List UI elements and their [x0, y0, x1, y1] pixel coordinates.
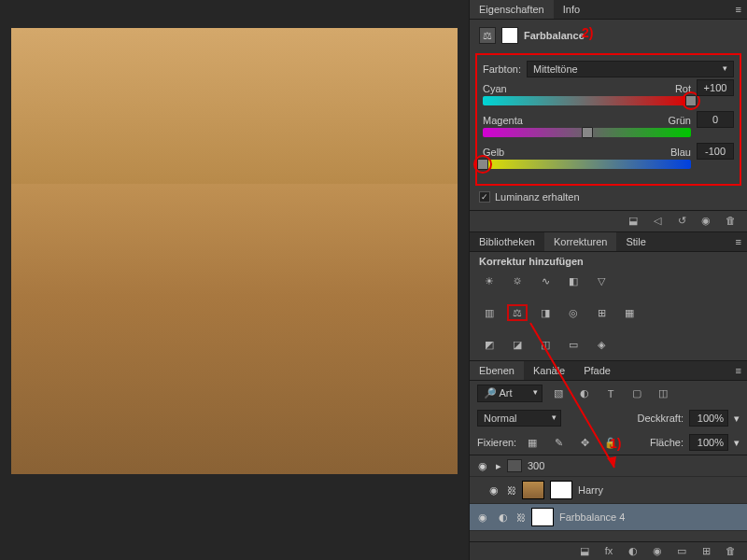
panel-menu-icon[interactable]: ≡	[730, 236, 747, 247]
filter-pixel-icon[interactable]: ▧	[548, 385, 569, 402]
mask-thumb	[531, 508, 554, 526]
exposure-icon[interactable]: ◧	[563, 273, 584, 289]
label-gruen: Grün	[669, 115, 691, 126]
levels-icon[interactable]: ⛭	[507, 273, 528, 289]
posterize-icon[interactable]: ◪	[507, 336, 528, 353]
tab-info[interactable]: Info	[554, 0, 589, 19]
delete-icon[interactable]: 🗑	[723, 215, 738, 228]
properties-tabs: Eigenschaften Info ≡	[470, 0, 747, 20]
visibility-toggle[interactable]: ◉	[475, 511, 490, 524]
annotation-box-2: Farbton: Mitteltöne 2) CyanRot +100 Mage…	[475, 53, 741, 186]
chevron-down-icon[interactable]: ▾	[734, 437, 740, 449]
tab-eigenschaften[interactable]: Eigenschaften	[470, 0, 554, 19]
slider-yellow-blue[interactable]: GelbBlau -100	[483, 147, 734, 169]
slider-cyan-red[interactable]: CyanRot +100	[483, 83, 734, 105]
link-icon: ⛓	[507, 485, 516, 496]
layer-list: ◉ ▸ 300 ◉ ⛓ Harry ◉ ◐ ⛓ Farbbalance 4	[470, 455, 747, 531]
lock-all-icon[interactable]: 🔒	[600, 434, 621, 451]
slider-magenta-green[interactable]: MagentaGrün 0	[483, 115, 734, 137]
lookup-icon[interactable]: ▦	[619, 304, 640, 321]
clip-icon[interactable]: ⬓	[626, 215, 641, 228]
preserve-luminance-label: Luminanz erhalten	[495, 191, 580, 203]
color-balance-icon[interactable]: ⚖	[507, 304, 528, 321]
annotation-circle-yellow	[473, 155, 492, 174]
opacity-input[interactable]: 100%	[689, 410, 728, 427]
tab-stile[interactable]: Stile	[616, 232, 655, 251]
chevron-down-icon[interactable]: ▾	[734, 413, 740, 425]
layer-row-harry[interactable]: ◉ ⛓ Harry	[470, 477, 747, 504]
visibility-toggle[interactable]: ◉	[475, 460, 490, 472]
label-cyan: Cyan	[483, 83, 507, 94]
canvas-area	[0, 0, 469, 560]
tab-korrekturen[interactable]: Korrekturen	[544, 232, 616, 251]
layer-row-group[interactable]: ◉ ▸ 300	[470, 455, 747, 477]
fx-icon[interactable]: fx	[601, 545, 616, 557]
blend-mode-select[interactable]: Normal	[477, 410, 561, 427]
layer-name[interactable]: 300	[528, 460, 544, 471]
tab-kanaele[interactable]: Kanäle	[524, 361, 574, 380]
link-layers-icon[interactable]: ⬓	[577, 545, 592, 557]
opacity-label: Deckkraft:	[637, 413, 684, 424]
filter-type-icon[interactable]: T	[600, 385, 621, 402]
vibrance-icon[interactable]: ▽	[591, 273, 612, 289]
threshold-icon[interactable]: ◫	[535, 336, 556, 353]
new-layer-icon[interactable]: ⊞	[698, 545, 713, 557]
filter-shape-icon[interactable]: ▢	[627, 385, 647, 402]
label-blau: Blau	[670, 147, 691, 158]
lock-transparent-icon[interactable]: ▦	[522, 434, 543, 451]
new-group-icon[interactable]: ▭	[674, 545, 689, 557]
prev-state-icon[interactable]: ◁	[650, 215, 665, 228]
layers-footer: ⬓ fx ◐ ◉ ▭ ⊞ 🗑	[470, 541, 747, 560]
visibility-icon[interactable]: ◉	[698, 215, 713, 228]
photo-filter-icon[interactable]: ◎	[563, 304, 584, 321]
tone-select[interactable]: Mitteltöne	[527, 61, 734, 77]
preserve-luminance-checkbox[interactable]: ✓	[479, 191, 490, 203]
filter-type-select[interactable]: 🔎 Art	[477, 385, 543, 402]
channel-mixer-icon[interactable]: ⊞	[591, 304, 612, 321]
brightness-icon[interactable]: ☀	[479, 273, 500, 289]
tone-label: Farbton:	[483, 63, 521, 75]
document-canvas[interactable]	[11, 28, 458, 474]
properties-footer: ⬓ ◁ ↺ ◉ 🗑	[470, 210, 747, 231]
lock-move-icon[interactable]: ✥	[574, 434, 595, 451]
tab-pfade[interactable]: Pfade	[574, 361, 620, 380]
corrections-tabs: Bibliotheken Korrekturen Stile ≡	[470, 232, 747, 252]
fill-input[interactable]: 100%	[689, 434, 728, 451]
layer-name[interactable]: Harry	[578, 484, 603, 496]
value-cyan-red[interactable]: +100	[697, 79, 734, 96]
panel-menu-icon[interactable]: ≡	[730, 4, 747, 15]
reset-icon[interactable]: ↺	[674, 215, 689, 228]
link-icon: ⛓	[516, 512, 526, 523]
layers-filter-bar: 🔎 Art ▧ ◐ T ▢ ◫	[470, 381, 747, 406]
selective-color-icon[interactable]: ◈	[591, 336, 612, 353]
lock-paint-icon[interactable]: ✎	[548, 434, 569, 451]
hue-icon[interactable]: ▥	[479, 304, 500, 321]
adjustment-title: Farbbalance	[524, 30, 585, 41]
trash-icon[interactable]: 🗑	[723, 545, 738, 557]
curves-icon[interactable]: ∿	[535, 273, 556, 289]
fill-label: Fläche:	[650, 437, 684, 448]
expand-icon[interactable]: ▸	[496, 460, 501, 472]
invert-icon[interactable]: ◩	[479, 336, 500, 353]
lock-label: Fixieren:	[477, 437, 516, 448]
layer-name[interactable]: Farbbalance 4	[559, 511, 625, 523]
new-adj-icon[interactable]: ◉	[650, 545, 665, 557]
panel-menu-icon[interactable]: ≡	[730, 365, 747, 376]
balance-icon: ⚖	[479, 27, 496, 44]
mask-icon	[501, 27, 518, 44]
panels-column: Eigenschaften Info ≡ ⚖ Farbbalance Farbt…	[469, 0, 747, 560]
value-yellow-blue[interactable]: -100	[697, 143, 734, 160]
layer-row-farbbalance[interactable]: ◉ ◐ ⛓ Farbbalance 4	[470, 504, 747, 531]
tab-ebenen[interactable]: Ebenen	[470, 361, 524, 380]
value-magenta-green[interactable]: 0	[697, 111, 734, 128]
mask-icon[interactable]: ◐	[626, 545, 641, 557]
filter-smart-icon[interactable]: ◫	[653, 385, 673, 402]
layers-tabs: Ebenen Kanäle Pfade ≡	[470, 361, 747, 381]
gradient-map-icon[interactable]: ▭	[563, 336, 584, 353]
properties-body: ⚖ Farbbalance Farbton: Mitteltöne 2) Cya…	[470, 20, 747, 210]
visibility-toggle[interactable]: ◉	[486, 484, 501, 497]
filter-adj-icon[interactable]: ◐	[574, 385, 595, 402]
bw-icon[interactable]: ◨	[535, 304, 556, 321]
layer-thumb	[522, 481, 544, 499]
tab-bibliotheken[interactable]: Bibliotheken	[470, 232, 544, 251]
